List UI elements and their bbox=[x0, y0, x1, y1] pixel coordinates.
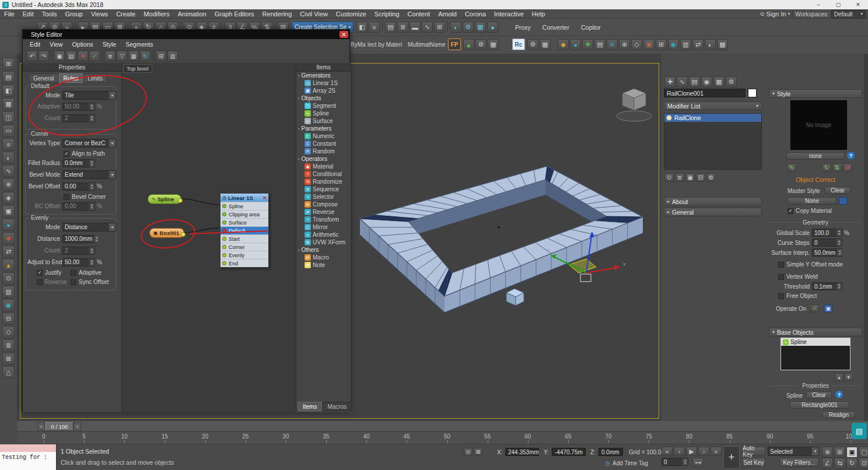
sync-style-icon[interactable]: ⇅ bbox=[832, 163, 842, 172]
minimize-icon[interactable]: – bbox=[808, 0, 828, 9]
bevel-offset-spinner[interactable]: 0.00 ▲▼ bbox=[62, 183, 95, 191]
slot-default[interactable]: Default bbox=[220, 226, 268, 234]
previous-frame-icon[interactable]: ‹ bbox=[674, 447, 685, 456]
filter-nodes-icon[interactable]: ▽ bbox=[117, 51, 127, 61]
bulb-icon[interactable] bbox=[666, 115, 672, 121]
vtool-24-icon[interactable]: △ bbox=[2, 366, 15, 378]
base-objects-rollout-header[interactable]: ▾ Base Objects bbox=[769, 328, 862, 336]
rectangle001-button[interactable]: Rectangle001 bbox=[790, 401, 849, 409]
go-to-start-icon[interactable]: « bbox=[662, 447, 673, 456]
general-rollout[interactable]: ▸ General bbox=[664, 208, 762, 216]
pin-stack-icon[interactable]: ⊙ bbox=[664, 173, 674, 182]
previous-frame-arrow[interactable]: < bbox=[37, 422, 45, 431]
toolbar-extra-13-icon[interactable]: ◐ bbox=[705, 39, 716, 50]
z-coordinate-field[interactable]: 0.0mm bbox=[598, 448, 623, 456]
selection-lock-toggle-icon[interactable]: ⊠ bbox=[474, 448, 482, 456]
vtool-8-icon[interactable]: ◐ bbox=[2, 152, 15, 164]
slot-surface[interactable]: Surface bbox=[220, 218, 268, 226]
tree-item-mirror[interactable]: ◫Mirror bbox=[296, 223, 351, 231]
editor-menu-segments[interactable]: Segments bbox=[121, 41, 158, 48]
operate-on-check-icon[interactable]: ✓ bbox=[810, 304, 819, 313]
slot-spline[interactable]: Spline bbox=[220, 202, 268, 210]
rendered-frame-window-icon[interactable]: ▦ bbox=[475, 22, 486, 33]
style-editor-window[interactable]: Style Editor ✕ EditViewOptionsStyleSegme… bbox=[22, 29, 350, 412]
vtool-7-icon[interactable]: ≡ bbox=[2, 138, 15, 150]
toolbar-extra-14-icon[interactable]: ▩ bbox=[717, 39, 728, 50]
editor-menu-options[interactable]: Options bbox=[68, 41, 98, 48]
box001-segment-node[interactable]: ▣ Box001 bbox=[149, 228, 184, 238]
spline-source-node[interactable]: ∿ Spline bbox=[148, 194, 181, 204]
menu-scripting[interactable]: Scripting bbox=[370, 10, 404, 17]
vtool-18-icon[interactable]: ▥ bbox=[2, 286, 15, 298]
menu-file[interactable]: File bbox=[0, 10, 19, 17]
style-editor-titlebar[interactable]: Style Editor ✕ bbox=[23, 30, 349, 39]
update-style-icon[interactable]: ↻ bbox=[822, 163, 831, 172]
toggle-ribbon-icon[interactable]: ▬ bbox=[410, 22, 421, 33]
railclone-lister-icon[interactable]: ▦ bbox=[540, 39, 551, 50]
menu-rendering[interactable]: Rendering bbox=[258, 10, 296, 17]
menu-create[interactable]: Create bbox=[112, 10, 139, 17]
build-style-icon[interactable]: ✓ bbox=[89, 51, 100, 61]
toolbar-extra-1-icon[interactable]: ◆ bbox=[558, 39, 569, 50]
forest-pack-button[interactable]: FP bbox=[448, 38, 461, 50]
node-output-socket[interactable] bbox=[181, 232, 186, 237]
viewcube[interactable] bbox=[617, 89, 652, 121]
tab-limits[interactable]: Limits bbox=[83, 73, 107, 83]
tree-item-numeric[interactable]: X:Numeric bbox=[296, 132, 351, 140]
tree-item-transform[interactable]: +Transform bbox=[296, 216, 351, 223]
tree-item-sequence[interactable]: ≋Sequence bbox=[296, 185, 351, 193]
vtool-21-icon[interactable]: ◇ bbox=[2, 326, 15, 338]
toolbar-extra-8-icon[interactable]: ▣ bbox=[643, 39, 654, 50]
go-to-end-icon[interactable]: » bbox=[710, 447, 722, 456]
style-preview-image[interactable]: No Image bbox=[790, 100, 847, 150]
copy-material-checkbox[interactable]: ✓ Copy Material bbox=[788, 208, 832, 214]
vtool-6-icon[interactable]: ▭ bbox=[2, 125, 15, 137]
align-icon[interactable]: ≡ bbox=[369, 22, 380, 33]
material-editor-icon[interactable]: ◐ bbox=[450, 22, 461, 33]
maximize-viewport-toggle-icon[interactable]: ⊡ bbox=[859, 458, 868, 469]
vtool-4-icon[interactable]: ▦ bbox=[2, 98, 15, 110]
checkbox-icon[interactable] bbox=[71, 279, 76, 285]
set-keys-button[interactable]: + bbox=[723, 446, 740, 469]
linear1s-generator-node[interactable]: ◷ Linear 1S ✕ Spline Clipping area Surfa… bbox=[220, 193, 269, 268]
menu-content[interactable]: Content bbox=[404, 10, 435, 17]
checkbox-icon[interactable] bbox=[71, 270, 76, 276]
toolbar-extra-5-icon[interactable]: ≋ bbox=[607, 39, 618, 50]
timeline-tick[interactable]: 20 bbox=[202, 433, 208, 440]
key-filters-button[interactable]: Key Filters... bbox=[779, 458, 819, 467]
schematic-view-icon[interactable]: ⊞ bbox=[434, 22, 445, 33]
mirror-icon[interactable]: ◧ bbox=[356, 22, 368, 33]
next-frame-icon[interactable]: › bbox=[698, 447, 709, 456]
toolbar-extra-7-icon[interactable]: ◇ bbox=[631, 39, 642, 50]
tree-item-reverse[interactable]: ⇄Reverse bbox=[296, 208, 351, 216]
auto-key-button[interactable]: Auto Key bbox=[742, 447, 765, 456]
modifier-stack[interactable]: RailClone bbox=[664, 113, 762, 170]
about-rollout[interactable]: ▸ About bbox=[664, 197, 762, 206]
tree-item-arithmetic[interactable]: ±Arithmetic bbox=[296, 231, 351, 238]
checkbox-icon[interactable] bbox=[37, 279, 43, 285]
object-color-swatch[interactable] bbox=[748, 89, 757, 97]
realign-button[interactable]: Realign bbox=[822, 411, 855, 419]
render-production-icon[interactable]: ● bbox=[487, 22, 498, 33]
style-none-button[interactable]: none bbox=[786, 152, 845, 160]
input-socket[interactable] bbox=[222, 212, 226, 216]
zoom-extents-all-icon[interactable]: ▣ bbox=[846, 447, 858, 458]
vtool-14-icon[interactable]: ◆ bbox=[2, 232, 15, 244]
toolbar2-fragment[interactable]: MultimatName bbox=[408, 41, 445, 48]
window-titlebar[interactable]: 3 Untitled - Autodesk 3ds Max 2018 –▢✕ bbox=[0, 0, 868, 9]
style-rollout-header[interactable]: ▾ Style bbox=[769, 89, 862, 98]
toggle-scene-explorer-icon[interactable]: ▤ bbox=[385, 22, 396, 33]
menu-views[interactable]: Views bbox=[87, 10, 112, 17]
node-list-icon[interactable]: ≣ bbox=[105, 51, 116, 61]
input-socket[interactable] bbox=[222, 245, 226, 249]
global-scale-spinner[interactable]: 100.0 ▲▼ bbox=[812, 229, 842, 237]
tree-item-linear-1s[interactable]: ◷Linear 1S bbox=[296, 79, 351, 87]
tree-category-generators[interactable]: ▪Generators bbox=[296, 72, 351, 79]
toolbar-extra-4-icon[interactable]: ▤ bbox=[594, 39, 606, 50]
spline-clear-button[interactable]: Clear bbox=[806, 391, 832, 399]
node-close-icon[interactable]: ✕ bbox=[262, 195, 267, 201]
evenly-mode-dropdown[interactable]: Distance▾ bbox=[62, 223, 116, 232]
menu-civil-view[interactable]: Civil View bbox=[296, 10, 331, 17]
modifier-list-dropdown[interactable]: Modifier List ▾ bbox=[664, 101, 762, 110]
tree-item-surface[interactable]: ◇Surface bbox=[296, 117, 351, 125]
